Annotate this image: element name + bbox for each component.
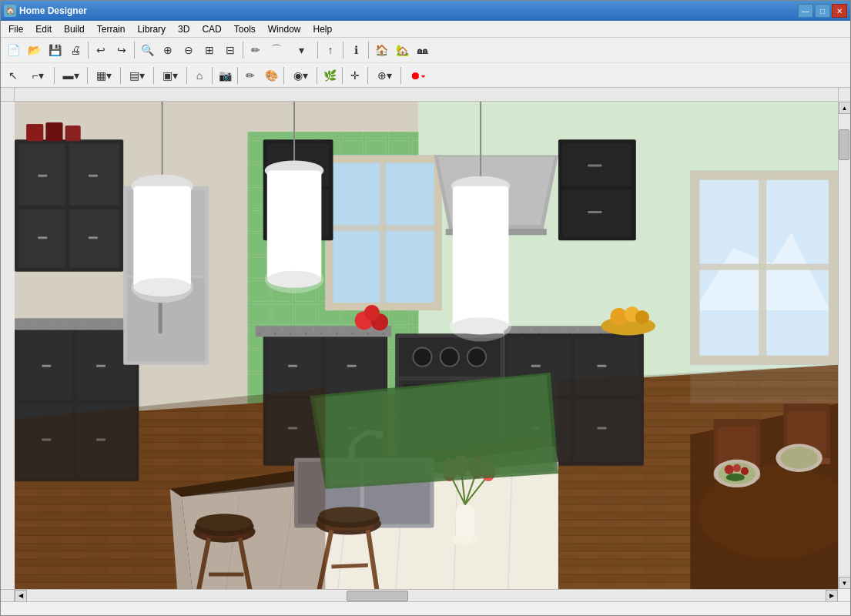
svg-rect-39 — [96, 365, 106, 367]
markup-button[interactable]: ✏ — [246, 40, 266, 60]
menu-build[interactable]: Build — [58, 22, 91, 36]
svg-rect-22 — [18, 143, 65, 206]
scroll-v-track[interactable] — [839, 114, 850, 577]
scrollbar-horizontal[interactable]: ◀ ▶ — [15, 589, 838, 601]
window-controls: — □ ✕ — [798, 4, 847, 18]
ruler-corner — [1, 88, 15, 102]
sep15 — [317, 67, 317, 84]
scroll-down-button[interactable]: ▼ — [839, 577, 851, 589]
ruler-h-svg: /* ruler ticks */ — [15, 88, 838, 102]
up-arrow-button[interactable]: ↑ — [320, 40, 340, 60]
sep14 — [283, 67, 284, 84]
sep8 — [87, 67, 88, 84]
sep5 — [343, 42, 343, 59]
svg-line-182 — [331, 565, 367, 567]
canvas-viewport[interactable] — [15, 102, 838, 589]
dropdown-button1[interactable]: ▾ — [287, 40, 315, 60]
zoom-fit-button[interactable]: ⊞ — [199, 40, 219, 60]
main-content: /* ruler ticks */ — [1, 88, 850, 615]
menu-tools[interactable]: Tools — [228, 22, 262, 36]
menu-cad[interactable]: CAD — [196, 22, 227, 36]
svg-rect-68 — [588, 165, 601, 167]
svg-rect-97 — [597, 365, 606, 367]
transform-tool[interactable]: ⊕▾ — [370, 65, 398, 85]
info-button[interactable]: ℹ — [346, 40, 366, 60]
texture-tool[interactable]: 🎨 — [261, 65, 281, 85]
maximize-button[interactable]: □ — [815, 4, 830, 18]
svg-point-87 — [467, 348, 486, 367]
sep2 — [134, 42, 135, 59]
window-title: Home Designer — [19, 5, 798, 16]
ruler-v-svg — [1, 102, 15, 589]
house3-button[interactable]: 🏘 — [413, 40, 433, 60]
open-button[interactable]: 📂 — [24, 40, 44, 60]
sep4 — [317, 42, 318, 59]
svg-point-134 — [131, 272, 193, 303]
zoom-window-button[interactable]: ⊟ — [220, 40, 240, 60]
plant-tool[interactable]: 🌿 — [320, 65, 340, 85]
svg-point-86 — [441, 348, 459, 367]
house2-button[interactable]: 🏡 — [392, 40, 412, 60]
redo-button[interactable]: ↪ — [112, 40, 132, 60]
menu-terrain[interactable]: Terrain — [91, 22, 132, 36]
zoom-find-button[interactable]: 🔍 — [137, 40, 157, 60]
materials-tool[interactable]: ◉▾ — [286, 65, 314, 85]
menu-library[interactable]: Library — [131, 22, 172, 36]
scroll-left-button[interactable]: ◀ — [15, 590, 27, 602]
svg-rect-56 — [325, 225, 441, 231]
svg-rect-29 — [89, 236, 98, 239]
svg-rect-48 — [159, 303, 162, 333]
ruler-top-right — [838, 88, 850, 102]
kitchen-scene — [15, 102, 838, 589]
minimize-button[interactable]: — — [798, 4, 813, 18]
select-tool[interactable]: ↖ — [3, 65, 23, 85]
menu-file[interactable]: File — [2, 22, 29, 36]
door-tool[interactable]: ▤▾ — [123, 65, 151, 85]
window-tool-btn[interactable]: ▣▾ — [156, 65, 184, 85]
svg-marker-189 — [690, 171, 838, 404]
stairs-tool[interactable]: ⌂ — [189, 65, 209, 85]
wall-tool[interactable]: ▬▾ — [57, 65, 85, 85]
polyline-tool[interactable]: ⌐▾ — [24, 65, 52, 85]
paint-tool[interactable]: ✏ — [240, 65, 260, 85]
sep1 — [88, 42, 89, 59]
cabinet-tool[interactable]: ▦▾ — [90, 65, 118, 85]
move-tool[interactable]: ✛ — [345, 65, 365, 85]
svg-rect-55 — [380, 155, 386, 310]
menu-help[interactable]: Help — [307, 22, 338, 36]
canvas-row: ▲ ▼ — [1, 102, 850, 589]
zoom-in-button[interactable]: ⊕ — [158, 40, 178, 60]
toolbar-1: 📄 📂 💾 🖨 ↩ ↪ 🔍 ⊕ ⊖ ⊞ ⊟ ✏ ⌒ ▾ ↑ ℹ 🏠 🏡 🏘 — [1, 38, 850, 62]
scrollbar-h-row: ◀ ▶ — [1, 589, 850, 601]
ruler-row: /* ruler ticks */ — [1, 88, 850, 102]
record-tool[interactable]: ⏺▾ — [404, 65, 431, 85]
scroll-right-button[interactable]: ▶ — [826, 590, 838, 602]
menu-3d[interactable]: 3D — [172, 22, 196, 36]
menu-window[interactable]: Window — [262, 22, 307, 36]
status-bar — [1, 601, 850, 615]
close-button[interactable]: ✕ — [832, 4, 847, 18]
scrollbar-vertical[interactable]: ▲ ▼ — [838, 102, 850, 589]
app-icon: 🏠 — [4, 5, 16, 17]
arc-button[interactable]: ⌒ — [266, 40, 286, 60]
camera-tool[interactable]: 📷 — [215, 65, 235, 85]
zoom-out-button[interactable]: ⊖ — [179, 40, 199, 60]
ruler-bottom-left — [1, 589, 15, 601]
sep10 — [153, 67, 154, 84]
svg-rect-137 — [267, 171, 322, 280]
menu-edit[interactable]: Edit — [29, 22, 58, 36]
scroll-up-button[interactable]: ▲ — [839, 102, 851, 114]
svg-point-184 — [319, 507, 378, 522]
house-button[interactable]: 🏠 — [371, 40, 391, 60]
svg-marker-187 — [15, 388, 325, 589]
sep9 — [120, 67, 121, 84]
svg-rect-28 — [38, 236, 47, 239]
save-button[interactable]: 💾 — [45, 40, 65, 60]
scroll-v-thumb[interactable] — [839, 129, 849, 160]
print-button[interactable]: 🖨 — [65, 40, 85, 60]
svg-rect-79 — [256, 326, 391, 336]
new-button[interactable]: 📄 — [3, 40, 23, 60]
scroll-h-track[interactable] — [27, 591, 826, 601]
undo-button[interactable]: ↩ — [91, 40, 111, 60]
scroll-h-thumb[interactable] — [347, 591, 408, 601]
